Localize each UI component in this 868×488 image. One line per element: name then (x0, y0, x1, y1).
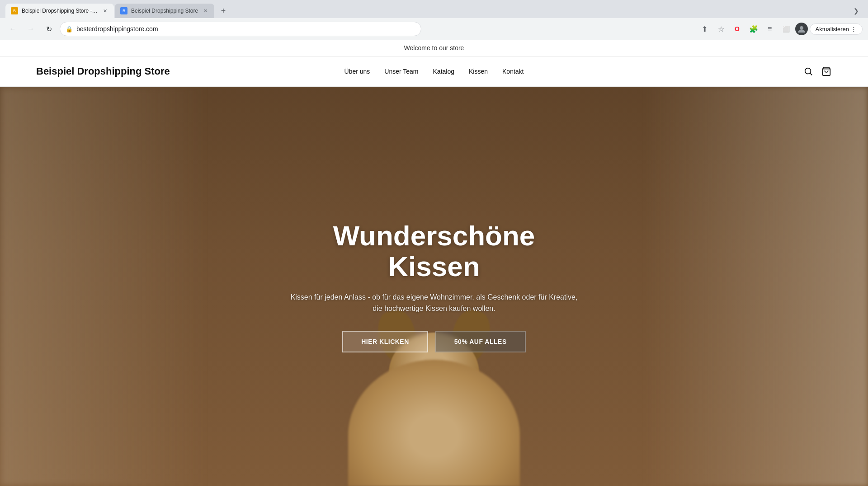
website-content: Welcome to our store Beispiel Dropshippi… (0, 40, 868, 488)
tab-end: ❯ (850, 5, 863, 16)
hero-left-decoration (0, 87, 208, 486)
nav-uber-uns[interactable]: Über uns (344, 68, 370, 75)
tab-inactive[interactable]: B Beispiel Dropshipping Store ✕ (115, 4, 214, 18)
hero-secondary-button[interactable]: 50% AUF ALLES (435, 331, 526, 352)
lock-icon: 🔒 (66, 26, 73, 33)
search-icon[interactable] (803, 66, 814, 77)
site-logo[interactable]: Beispiel Dropshipping Store (36, 66, 170, 77)
tab-active[interactable]: B Beispiel Dropshipping Store - ... ✕ (5, 4, 114, 18)
svg-point-1 (805, 68, 811, 74)
split-view-icon[interactable]: ⬜ (779, 22, 793, 36)
hero-title: Wunderschöne Kissen (285, 221, 583, 282)
aktualisieren-button[interactable]: Aktualisieren ⋮ (810, 23, 863, 35)
nav-kontakt[interactable]: Kontakt (502, 68, 524, 75)
tab-bar: B Beispiel Dropshipping Store - ... ✕ B … (0, 0, 868, 18)
address-bar-row: ← → ↻ 🔒 besterdropshippingstore.com ⬆ ☆ … (0, 18, 868, 40)
tab-close-1[interactable]: ✕ (101, 7, 108, 14)
hero-buttons: Hier klicken 50% AUF ALLES (285, 331, 583, 352)
tab-list-chevron[interactable]: ❯ (850, 5, 863, 16)
announcement-text: Welcome to our store (404, 44, 464, 52)
site-header: Beispiel Dropshipping Store Über uns Uns… (0, 56, 868, 87)
hero-primary-button[interactable]: Hier klicken (342, 331, 428, 352)
browser-chrome: B Beispiel Dropshipping Store - ... ✕ B … (0, 0, 868, 40)
nav-unser-team[interactable]: Unser Team (384, 68, 418, 75)
extensions-icon[interactable]: 🧩 (746, 22, 761, 36)
reload-button[interactable]: ↻ (42, 22, 56, 36)
hero-section: Wunderschöne Kissen Kissen für jeden Anl… (0, 87, 868, 486)
site-nav: Über uns Unser Team Katalog Kissen Konta… (344, 68, 524, 75)
back-button[interactable]: ← (5, 22, 20, 36)
profile-avatar[interactable] (795, 23, 808, 35)
tab-favicon-2: B (120, 7, 127, 14)
nav-kissen[interactable]: Kissen (469, 68, 488, 75)
share-icon[interactable]: ⬆ (698, 22, 712, 36)
header-icons (803, 66, 832, 77)
cart-icon[interactable] (821, 66, 832, 77)
svg-line-2 (810, 73, 812, 75)
svg-point-0 (800, 26, 803, 30)
tab-label-2: Beispiel Dropshipping Store (131, 8, 198, 14)
new-tab-button[interactable]: + (217, 5, 230, 17)
announcement-bar: Welcome to our store (0, 40, 868, 56)
tab-label-1: Beispiel Dropshipping Store - ... (22, 8, 98, 14)
menu-icon[interactable]: ≡ (763, 22, 777, 36)
tab-favicon-1: B (11, 7, 18, 14)
hero-right-decoration (642, 87, 868, 486)
forward-button[interactable]: → (24, 22, 38, 36)
address-bar[interactable]: 🔒 besterdropshippingstore.com (60, 22, 421, 36)
nav-katalog[interactable]: Katalog (433, 68, 454, 75)
url-display: besterdropshippingstore.com (76, 25, 415, 33)
opera-icon[interactable]: O (730, 22, 745, 36)
bookmark-icon[interactable]: ☆ (714, 22, 728, 36)
hero-subtitle: Kissen für jeden Anlass - ob für das eig… (285, 291, 583, 314)
tab-close-2[interactable]: ✕ (202, 7, 209, 14)
toolbar-icons: ⬆ ☆ O 🧩 ≡ ⬜ Aktualisieren ⋮ (698, 22, 863, 36)
hero-content: Wunderschöne Kissen Kissen für jeden Anl… (276, 211, 592, 361)
